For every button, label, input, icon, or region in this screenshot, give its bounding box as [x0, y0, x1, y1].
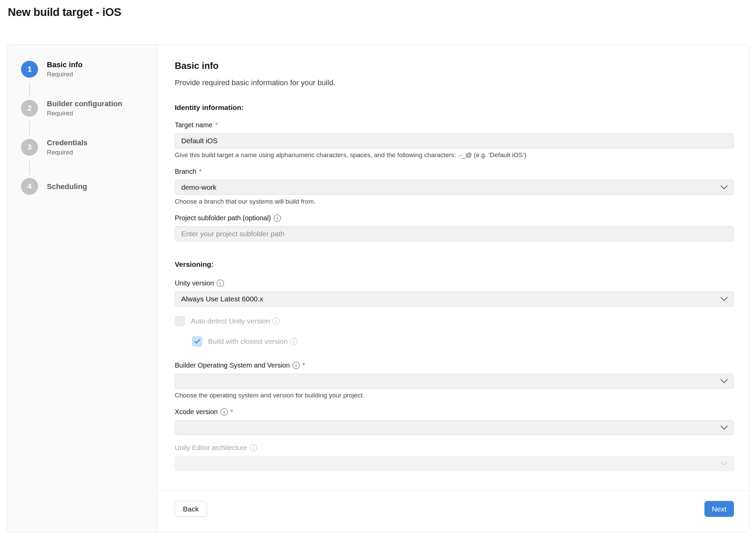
- info-icon: i: [250, 444, 257, 451]
- chevron-down-icon: [720, 185, 728, 190]
- back-button[interactable]: Back: [175, 501, 207, 517]
- target-name-field: Target name * Give this build target a n…: [175, 121, 734, 159]
- info-icon: i: [217, 280, 224, 287]
- editor-arch-label-text: Unity Editor architecture: [175, 444, 247, 452]
- branch-helper: Choose a branch that our systems will bu…: [175, 198, 734, 205]
- builder-os-label: Builder Operating System and Version i *: [175, 361, 734, 369]
- closest-version-label-text: Build with closest version: [208, 337, 288, 346]
- step-label: Basic info: [47, 60, 82, 70]
- chevron-down-icon: [720, 426, 728, 430]
- section-heading: Basic info: [175, 61, 734, 71]
- unity-version-select[interactable]: Always Use Latest 6000.x: [175, 292, 734, 306]
- step-circle: 3: [21, 139, 38, 156]
- target-name-label-text: Target name: [175, 121, 212, 129]
- step-circle: 1: [21, 61, 38, 78]
- branch-label: Branch *: [175, 168, 734, 175]
- step-circle: 4: [21, 178, 38, 195]
- step-sublabel: Required: [47, 109, 122, 118]
- auto-detect-label-text: Auto detect Unity version: [191, 317, 270, 325]
- step-connector: [29, 82, 30, 96]
- unity-version-label: Unity version i: [175, 279, 734, 287]
- branch-field: Branch * demo-work Choose a branch that …: [175, 168, 734, 205]
- branch-select-value: demo-work: [181, 183, 216, 191]
- page-title: New build target - iOS: [8, 5, 756, 19]
- step-label: Credentials: [47, 138, 88, 148]
- target-name-label: Target name *: [175, 121, 734, 129]
- stepper-step-credentials[interactable]: 3 Credentials Required: [21, 139, 157, 157]
- info-icon: i: [221, 408, 228, 415]
- stepper-step-builder-configuration[interactable]: 2 Builder configuration Required: [21, 100, 157, 118]
- wizard-card: 1 Basic info Required 2 Builder configur…: [7, 44, 749, 532]
- info-icon: i: [272, 318, 280, 325]
- section-subheading: Provide required basic information for y…: [175, 78, 734, 87]
- subfolder-field: Project subfolder path (optional) i: [175, 214, 734, 241]
- builder-os-helper: Choose the operating system and version …: [175, 392, 734, 399]
- next-button[interactable]: Next: [704, 501, 734, 517]
- auto-detect-row: Auto detect Unity version i: [175, 316, 734, 326]
- unity-version-select-value: Always Use Latest 6000.x: [181, 295, 263, 303]
- closest-version-row: Build with closest version i: [192, 336, 734, 347]
- editor-arch-field: Unity Editor architecture i: [175, 444, 734, 471]
- step-label: Scheduling: [47, 182, 87, 191]
- required-asterisk: *: [230, 408, 233, 416]
- branch-select[interactable]: demo-work: [175, 180, 734, 195]
- closest-version-checkbox: [192, 336, 202, 347]
- editor-arch-label: Unity Editor architecture i: [175, 444, 734, 452]
- xcode-version-label-text: Xcode version: [175, 408, 218, 416]
- auto-detect-label: Auto detect Unity version i: [191, 317, 280, 325]
- closest-version-label: Build with closest version i: [208, 337, 298, 346]
- identity-section-title: Identity information:: [175, 104, 734, 112]
- stepper-sidebar: 1 Basic info Required 2 Builder configur…: [7, 45, 157, 532]
- unity-version-label-text: Unity version: [175, 279, 214, 287]
- wizard-footer: Back Next: [157, 490, 749, 532]
- chevron-down-icon: [720, 379, 728, 384]
- versioning-section-title: Versioning:: [175, 260, 734, 268]
- builder-os-select[interactable]: [175, 374, 734, 389]
- info-icon: i: [290, 338, 298, 345]
- builder-os-field: Builder Operating System and Version i *…: [175, 361, 734, 399]
- check-icon: [194, 339, 200, 344]
- step-circle: 2: [21, 100, 38, 117]
- subfolder-label: Project subfolder path (optional) i: [175, 214, 734, 222]
- step-label: Builder configuration: [47, 99, 122, 109]
- editor-arch-select: [175, 456, 734, 471]
- target-name-helper: Give this build target a name using alph…: [175, 151, 734, 159]
- branch-label-text: Branch: [175, 168, 196, 175]
- auto-detect-checkbox: [175, 316, 185, 326]
- step-sublabel: Required: [47, 148, 88, 157]
- unity-version-field: Unity version i Always Use Latest 6000.x: [175, 279, 734, 306]
- builder-os-label-text: Builder Operating System and Version: [175, 361, 290, 369]
- stepper-step-basic-info[interactable]: 1 Basic info Required: [21, 61, 157, 79]
- info-icon: i: [274, 214, 281, 222]
- step-connector: [29, 160, 30, 174]
- subfolder-input[interactable]: [175, 226, 734, 241]
- main-panel: Basic info Provide required basic inform…: [157, 45, 749, 532]
- required-asterisk: *: [302, 361, 305, 369]
- step-sublabel: Required: [47, 70, 82, 79]
- required-asterisk: *: [215, 121, 218, 129]
- required-asterisk: *: [199, 168, 202, 175]
- info-icon: i: [292, 362, 300, 369]
- step-connector: [29, 121, 30, 135]
- chevron-down-icon: [720, 297, 728, 301]
- xcode-version-select[interactable]: [175, 420, 734, 435]
- target-name-input[interactable]: [175, 133, 734, 148]
- xcode-version-label: Xcode version i *: [175, 408, 734, 416]
- chevron-down-icon: [720, 462, 728, 466]
- subfolder-label-text: Project subfolder path (optional): [175, 214, 271, 222]
- xcode-version-field: Xcode version i *: [175, 408, 734, 435]
- stepper-step-scheduling[interactable]: 4 Scheduling: [21, 178, 157, 195]
